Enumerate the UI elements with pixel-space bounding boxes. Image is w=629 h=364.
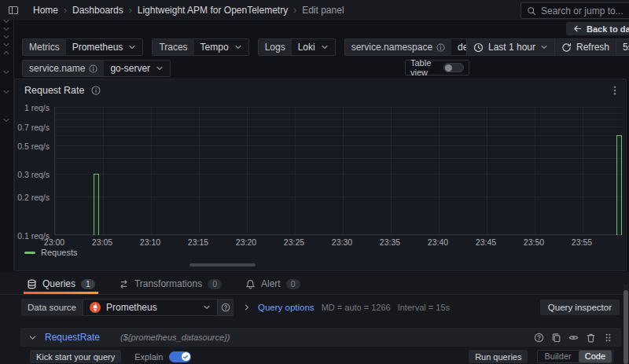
breadcrumb-separator-icon: › xyxy=(293,5,296,16)
run-queries-button[interactable]: Run queries xyxy=(469,350,528,363)
picker-value: Tempo xyxy=(200,42,229,53)
table-view-toggle[interactable] xyxy=(443,63,464,72)
refresh-interval-value: 5s xyxy=(623,42,629,53)
tab-label: Alert xyxy=(261,278,281,289)
top-navigation-bar: Home › Dashboards › Lightweight APM for … xyxy=(0,0,629,21)
duplicate-query-icon[interactable] xyxy=(551,333,561,343)
chevron-down-icon[interactable] xyxy=(2,41,10,49)
refresh-label: Refresh xyxy=(576,42,609,53)
time-range-picker[interactable]: Last 1 hour xyxy=(467,39,554,55)
query-options-link[interactable]: Query options xyxy=(258,303,314,312)
traces-datasource-picker[interactable]: Traces Tempo xyxy=(152,39,248,56)
chevron-down-icon[interactable] xyxy=(2,68,10,76)
back-to-dashboard-button[interactable]: Back to dashboard xyxy=(566,22,629,35)
x-gridline xyxy=(247,107,248,234)
refresh-interval-picker[interactable]: 5s xyxy=(616,39,629,55)
y-axis-tick-label: 0.2 req/s xyxy=(17,193,50,202)
explain-control: Explain xyxy=(134,351,191,362)
picker-value: Prometheus xyxy=(72,42,123,53)
global-search-box[interactable] xyxy=(520,2,629,19)
chevron-right-icon[interactable] xyxy=(243,303,251,311)
x-axis-tick-label: 23:35 xyxy=(374,237,406,247)
y-gridline xyxy=(55,113,622,114)
y-axis-labels: 1 req/s0.7 req/s0.5 req/s0.3 req/s0.2 re… xyxy=(15,107,50,235)
chevron-down-icon[interactable] xyxy=(2,25,10,33)
kick-start-query-button[interactable]: Kick start your query xyxy=(30,350,121,363)
query-options-interval: Interval = 15s xyxy=(398,303,450,312)
x-gridline xyxy=(583,107,583,234)
breadcrumb-dashboards[interactable]: Dashboards xyxy=(72,5,123,16)
tab-label: Transformations xyxy=(134,278,202,289)
vertical-scrollbar-thumb[interactable] xyxy=(623,290,628,364)
chevron-down-icon[interactable] xyxy=(2,116,10,124)
x-axis-tick-label: 23:30 xyxy=(326,237,358,247)
chevron-down-icon xyxy=(156,64,164,72)
tab-badge: 0 xyxy=(286,279,300,289)
x-gridline xyxy=(391,107,392,234)
table-view-label: Table view xyxy=(410,58,443,77)
chevron-down-icon xyxy=(540,43,548,51)
arrow-left-icon xyxy=(573,24,582,33)
series-data-spike[interactable] xyxy=(616,135,622,235)
breadcrumb-separator-icon: › xyxy=(64,5,67,16)
chevron-up-icon[interactable] xyxy=(2,49,10,57)
query-actions xyxy=(534,333,613,343)
datasource-select[interactable]: Prometheus xyxy=(83,299,218,316)
legend-swatch xyxy=(24,252,35,254)
x-gridline xyxy=(103,107,104,234)
tab-queries[interactable]: Queries 1 xyxy=(24,274,98,294)
logs-datasource-picker[interactable]: Logs Loki xyxy=(258,39,336,56)
y-axis-tick-label: 0.3 req/s xyxy=(17,170,50,179)
y-gridline xyxy=(55,174,622,175)
panel-menu-icon[interactable] xyxy=(609,85,620,96)
x-gridline xyxy=(535,107,535,234)
query-inspector-button[interactable]: Query inspector xyxy=(540,300,620,315)
x-axis-tick-label: 23:25 xyxy=(278,237,310,247)
horizontal-scrollbar-thumb[interactable] xyxy=(189,263,256,267)
datasource-label: Data source xyxy=(21,299,83,316)
metrics-datasource-picker[interactable]: Metrics Prometheus xyxy=(22,39,143,56)
builder-mode-option[interactable]: Builder xyxy=(538,351,577,362)
search-input[interactable] xyxy=(541,6,627,17)
y-axis-tick-label: 0.5 req/s xyxy=(17,142,50,151)
breadcrumb-home[interactable]: Home xyxy=(33,5,58,16)
tab-alert[interactable]: Alert 0 xyxy=(242,274,303,294)
chevron-down-icon[interactable] xyxy=(2,33,10,41)
x-axis-tick-label: 23:05 xyxy=(86,237,118,247)
chevron-down-icon[interactable] xyxy=(2,88,10,96)
datasource-row: Data source Prometheus Query options MD … xyxy=(21,299,450,316)
picker-label: Traces xyxy=(153,39,193,55)
code-mode-option[interactable]: Code xyxy=(579,351,612,362)
query-footer-left: Kick start your query Explain xyxy=(30,350,191,363)
delete-query-icon[interactable] xyxy=(586,333,596,343)
refresh-button[interactable]: Refresh xyxy=(555,39,616,55)
chart-plot-area[interactable] xyxy=(54,107,622,235)
refresh-controls: Refresh 5s xyxy=(554,39,629,56)
tab-transformations[interactable]: Transformations 0 xyxy=(116,274,225,294)
clock-icon xyxy=(473,42,484,53)
bell-icon xyxy=(245,279,256,289)
collapse-query-chevron-icon[interactable] xyxy=(28,333,37,342)
help-circle-icon xyxy=(221,303,230,312)
drag-handle-icon[interactable] xyxy=(603,333,613,343)
chevron-down-icon xyxy=(234,43,242,51)
chevron-down-icon xyxy=(321,43,329,51)
panel-header[interactable]: Request Rate xyxy=(24,85,101,96)
chart-legend[interactable]: Requests xyxy=(24,248,77,257)
request-rate-panel: Request Rate 1 req/s0.7 req/s0.5 req/s0.… xyxy=(14,79,627,271)
left-pane-strip xyxy=(0,13,14,272)
breadcrumb-dashboard-name[interactable]: Lightweight APM for OpenTelemetry xyxy=(138,5,288,16)
series-data-spike[interactable] xyxy=(94,174,99,235)
picker-value: Loki xyxy=(298,42,315,53)
datasource-help-button[interactable] xyxy=(218,299,234,316)
x-gridline xyxy=(439,107,440,234)
explain-toggle[interactable] xyxy=(169,351,191,362)
service-name-picker[interactable]: service.name go-server xyxy=(22,60,171,77)
chevron-down-icon[interactable] xyxy=(2,17,10,25)
x-axis-tick-label: 23:50 xyxy=(518,237,550,247)
query-name-link[interactable]: RequestRate xyxy=(45,332,100,343)
query-help-icon[interactable] xyxy=(534,333,544,343)
toggle-query-visibility-icon[interactable] xyxy=(568,333,579,343)
search-icon xyxy=(527,6,536,16)
picker-label: service.namespace xyxy=(351,42,432,53)
